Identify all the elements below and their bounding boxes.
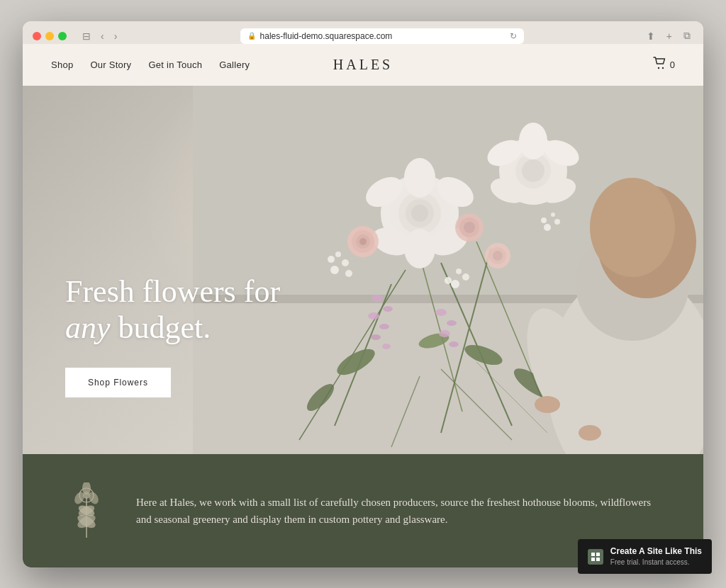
svg-point-68 [449, 341, 459, 347]
hero-content: Fresh flowers for any budget. Shop Flowe… [65, 274, 280, 397]
sidebar-toggle-button[interactable]: ⊟ [79, 29, 94, 43]
squarespace-banner-subtitle: Free trial. Instant access. [610, 558, 702, 567]
browser-chrome: ⊟ ‹ › 🔒 hales-fluid-demo.squarespace.com… [23, 21, 703, 44]
website-content: Shop Our Story Get in Touch Gallery HALE… [23, 44, 703, 567]
lock-icon: 🔒 [247, 32, 256, 40]
svg-point-59 [372, 295, 383, 302]
svg-point-0 [658, 67, 659, 68]
hero-headline-rest: budget. [111, 310, 211, 345]
svg-point-62 [379, 324, 389, 329]
svg-point-48 [328, 256, 335, 263]
flower-arrangement [193, 86, 703, 454]
back-button[interactable]: ‹ [98, 29, 107, 43]
svg-rect-90 [591, 553, 595, 556]
svg-point-76 [590, 178, 675, 277]
svg-point-35 [522, 159, 544, 182]
svg-point-54 [456, 268, 462, 274]
svg-point-56 [554, 219, 560, 225]
svg-point-89 [83, 492, 90, 499]
info-paragraph: Here at Hales, we work with a small list… [136, 494, 661, 528]
nav-link-our-story[interactable]: Our Story [90, 60, 131, 70]
svg-point-52 [462, 273, 469, 281]
hero-headline: Fresh flowers for any budget. [65, 274, 280, 346]
svg-point-58 [551, 213, 555, 217]
hero-headline-italic: any [65, 310, 111, 345]
svg-point-74 [579, 425, 601, 441]
svg-point-49 [335, 251, 341, 257]
svg-rect-92 [591, 558, 595, 561]
botanical-icon [65, 482, 108, 539]
address-bar-container: 🔒 hales-fluid-demo.squarespace.com ↻ [127, 28, 636, 44]
cart-icon[interactable] [653, 57, 667, 73]
svg-point-45 [493, 251, 503, 261]
share-button[interactable]: ⬆ [644, 29, 658, 43]
squarespace-logo [588, 549, 603, 565]
browser-actions: ⬆ + ⧉ [644, 28, 693, 43]
site-nav: Shop Our Story Get in Touch Gallery HALE… [23, 44, 703, 86]
svg-point-60 [383, 306, 393, 312]
svg-point-64 [382, 344, 391, 349]
forward-button[interactable]: › [111, 29, 121, 43]
browser-window: ⊟ ‹ › 🔒 hales-fluid-demo.squarespace.com… [23, 21, 703, 567]
svg-point-53 [445, 277, 452, 284]
address-bar[interactable]: 🔒 hales-fluid-demo.squarespace.com ↻ [240, 28, 524, 44]
svg-point-1 [662, 67, 664, 68]
new-tab-button[interactable]: + [664, 29, 675, 43]
hero-headline-line1: Fresh flowers for [65, 274, 280, 309]
svg-rect-93 [596, 558, 600, 561]
svg-point-57 [541, 217, 547, 223]
squarespace-banner-title: Create A Site Like This [610, 546, 702, 558]
browser-title-bar: ⊟ ‹ › 🔒 hales-fluid-demo.squarespace.com… [33, 28, 693, 44]
svg-point-67 [439, 330, 450, 337]
svg-point-39 [359, 238, 367, 245]
nav-link-get-in-touch[interactable]: Get in Touch [148, 60, 202, 70]
svg-point-46 [330, 266, 339, 274]
squarespace-banner-text: Create A Site Like This Free trial. Inst… [610, 546, 702, 567]
svg-point-61 [368, 312, 379, 320]
svg-point-65 [435, 309, 447, 316]
svg-point-26 [411, 205, 428, 222]
cart-count: 0 [670, 60, 675, 70]
svg-point-66 [447, 320, 457, 326]
hero-section: Fresh flowers for any budget. Shop Flowe… [23, 86, 703, 454]
nav-link-gallery[interactable]: Gallery [219, 60, 250, 70]
traffic-lights [33, 32, 67, 40]
svg-point-23 [404, 158, 435, 198]
url-text: hales-fluid-demo.squarespace.com [260, 31, 393, 41]
shop-flowers-button[interactable]: Shop Flowers [65, 368, 171, 397]
svg-point-50 [345, 270, 352, 277]
svg-point-34 [519, 123, 547, 159]
minimize-button[interactable] [45, 32, 54, 40]
nav-right: 0 [653, 57, 675, 73]
svg-point-24 [404, 229, 435, 268]
svg-point-47 [342, 259, 349, 266]
svg-point-63 [371, 334, 381, 340]
browser-controls: ⊟ ‹ › [79, 29, 120, 43]
nav-left: Shop Our Story Get in Touch Gallery [51, 60, 250, 70]
svg-point-55 [544, 224, 551, 231]
svg-point-42 [464, 222, 475, 233]
nav-link-shop[interactable]: Shop [51, 60, 73, 70]
maximize-button[interactable] [58, 32, 67, 40]
squarespace-banner[interactable]: Create A Site Like This Free trial. Inst… [578, 539, 712, 574]
svg-point-51 [451, 280, 459, 288]
site-logo[interactable]: HALES [333, 57, 393, 73]
close-button[interactable] [33, 32, 41, 40]
copy-button[interactable]: ⧉ [681, 28, 693, 43]
refresh-icon[interactable]: ↻ [510, 31, 517, 41]
svg-point-73 [535, 396, 560, 413]
svg-rect-91 [596, 553, 600, 556]
